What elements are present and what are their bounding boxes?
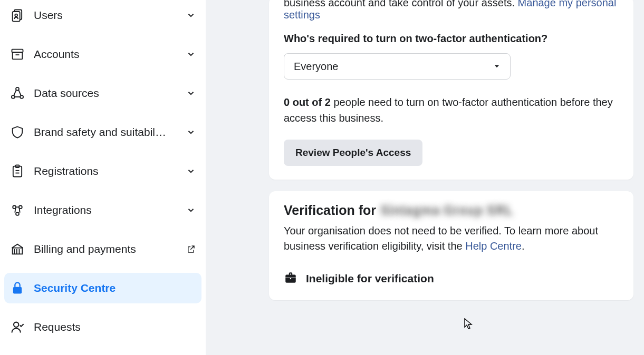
review-access-button[interactable]: Review People's Access: [284, 140, 422, 166]
chevron-down-icon: [186, 127, 196, 137]
svg-point-6: [16, 87, 19, 91]
sidebar-item-data-sources[interactable]: Data sources: [4, 78, 201, 109]
chevron-down-icon: [186, 10, 196, 21]
two-factor-intro: business account and take control of you…: [284, 0, 619, 21]
data-sources-icon: [9, 85, 25, 101]
verification-org-name: Sintagma Group SRL: [380, 203, 513, 218]
sidebar-item-integrations[interactable]: Integrations: [4, 195, 201, 225]
svg-rect-4: [13, 53, 23, 60]
briefcase-filled-icon: [284, 271, 297, 287]
status-count: 0 out of 2: [284, 96, 331, 108]
sidebar-item-users[interactable]: Users: [4, 0, 201, 31]
sidebar-item-label: Billing and payments: [34, 243, 177, 255]
sidebar-item-label: Brand safety and suitabil…: [34, 126, 177, 139]
two-factor-question: Who's required to turn on two-factor aut…: [284, 33, 619, 45]
two-factor-status: 0 out of 2 people need to turn on two-fa…: [284, 94, 619, 126]
svg-point-22: [14, 322, 18, 327]
sidebar-item-label: Requests: [34, 321, 196, 333]
sidebar-item-label: Security Centre: [34, 282, 196, 294]
chevron-down-icon: [186, 88, 196, 98]
verification-heading: Verification for Sintagma Group SRL: [284, 203, 619, 218]
sidebar-item-billing[interactable]: Billing and payments: [4, 234, 201, 264]
external-link-icon: [186, 244, 196, 254]
chevron-down-icon: [186, 166, 196, 176]
sidebar-item-label: Accounts: [34, 48, 177, 61]
sidebar-item-accounts[interactable]: Accounts: [4, 39, 201, 70]
sidebar: Users Accounts Data sources: [0, 0, 206, 355]
sidebar-item-label: Integrations: [34, 204, 177, 216]
integrations-icon: [9, 202, 25, 218]
lock-icon: [9, 280, 25, 296]
two-factor-card: business account and take control of you…: [269, 0, 633, 180]
status-text: people need to turn on two-factor authen…: [284, 96, 613, 124]
users-icon: [9, 7, 25, 23]
sidebar-item-notifications[interactable]: Notifications: [4, 351, 201, 355]
archive-box-icon: [9, 46, 25, 62]
svg-point-15: [16, 212, 19, 215]
select-value: Everyone: [294, 61, 339, 73]
sidebar-item-label: Users: [34, 9, 177, 22]
sidebar-item-brand-safety[interactable]: Brand safety and suitabil…: [4, 117, 201, 147]
person-check-icon: [9, 319, 25, 335]
sidebar-item-label: Data sources: [34, 87, 177, 100]
chevron-down-icon: [186, 49, 196, 60]
sidebar-item-requests[interactable]: Requests: [4, 312, 201, 342]
chevron-down-icon: [186, 205, 196, 215]
help-centre-link[interactable]: Help Centre: [465, 240, 522, 252]
caret-down-icon: [493, 61, 501, 73]
sidebar-item-security-centre[interactable]: Security Centre: [4, 273, 201, 303]
ineligible-text: Ineligible for verification: [306, 272, 434, 285]
svg-rect-21: [13, 287, 22, 294]
main-content: business account and take control of you…: [206, 0, 644, 355]
verification-desc-dot: .: [522, 240, 525, 252]
two-factor-scope-select[interactable]: Everyone: [284, 53, 511, 80]
sidebar-item-label: Registrations: [34, 165, 177, 178]
ineligible-row: Ineligible for verification: [284, 271, 619, 287]
sidebar-item-registrations[interactable]: Registrations: [4, 156, 201, 186]
verification-heading-prefix: Verification for: [284, 203, 376, 218]
billing-icon: [9, 241, 25, 257]
verification-desc-text: Your organisation does not need to be ve…: [284, 225, 598, 252]
verification-description: Your organisation does not need to be ve…: [284, 223, 619, 254]
verification-card: Verification for Sintagma Group SRL Your…: [269, 191, 633, 300]
clipboard-icon: [9, 163, 25, 179]
shield-icon: [9, 124, 25, 140]
intro-text: business account and take control of you…: [284, 0, 518, 8]
